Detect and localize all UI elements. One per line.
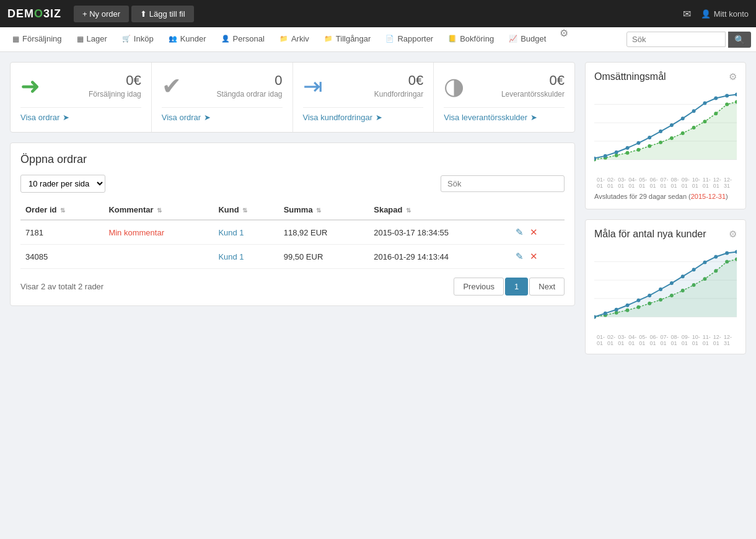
action-cell: ✎ ✕ (511, 245, 565, 269)
order-id-cell: 34085 (20, 245, 103, 269)
omsattningsmal-panel: Omsättningsmål ⚙ (585, 62, 746, 209)
svg-point-55 (615, 308, 618, 312)
comment-cell (103, 245, 213, 269)
col-summa[interactable]: Summa ⇅ (279, 200, 369, 220)
search-area: 🔍 (626, 32, 751, 48)
col-order-id[interactable]: Order id ⇅ (20, 200, 103, 220)
kundfordringar-label: Kundfordringar (374, 90, 423, 99)
svg-point-60 (670, 281, 674, 285)
svg-point-65 (725, 252, 729, 255)
svg-point-22 (626, 146, 630, 150)
forsaljning-value: 0€ (89, 72, 141, 89)
nav-item-tillgangar[interactable]: 📁 Tillgångar (317, 27, 379, 52)
svg-point-23 (636, 141, 640, 145)
omsattningsmal-header: Omsättningsmål ⚙ (594, 71, 737, 82)
col-skapad[interactable]: Skapad ⇅ (369, 200, 511, 220)
omsattningsmal-chart: 01-01 02-01 03-01 04-01 05-01 06-01 07-0… (594, 89, 737, 188)
kunder-icon: 👥 (169, 35, 177, 43)
nav-item-arkiv[interactable]: 📁 Arkiv (272, 27, 317, 52)
visa-ordrar-link-2[interactable]: Visa ordrar ➤ (162, 107, 283, 122)
mala-kunder-gear-icon[interactable]: ⚙ (729, 229, 737, 240)
top-nav-actions: + Ny order ⬆ Lägg till fil (74, 6, 683, 22)
omsattningsmal-gear-icon[interactable]: ⚙ (729, 71, 737, 82)
edit-icon[interactable]: ✎ (516, 251, 524, 261)
comment-cell: Min kommentar (103, 220, 213, 245)
svg-point-13 (681, 131, 685, 135)
svg-point-59 (659, 287, 662, 291)
svg-point-56 (626, 304, 630, 307)
mala-kunder-title: Måla för antal nya kunder (594, 229, 706, 240)
leverantor-label: Leverantörsskulder (501, 90, 565, 99)
pager-count: Visar 2 av totalt 2 rader (20, 282, 103, 291)
dashboard: ➜ 0€ Försäljning idag Visa ordrar ➤ ✔ 0 (0, 52, 756, 364)
sec-navbar: ▦ Försäljning ▦ Lager 🛒 Inköp 👥 Kunder 👤… (0, 27, 756, 52)
open-orders-title: Öppna ordrar (20, 153, 565, 166)
svg-point-61 (681, 274, 685, 278)
omsattningsmal-svg (594, 89, 737, 175)
rows-per-page-select[interactable]: 10 rader per sida 25 rader per sida 50 r… (20, 175, 105, 193)
col-actions (511, 200, 565, 220)
top-navbar: DEMO3IZ + Ny order ⬆ Lägg till fil ✉ 👤 M… (0, 0, 756, 27)
visa-leverantorsskulder-link[interactable]: Visa leverantörsskulder ➤ (444, 107, 565, 122)
edit-icon[interactable]: ✎ (516, 227, 524, 237)
account-label: Mitt konto (714, 9, 749, 19)
col-kund[interactable]: Kund ⇅ (213, 200, 278, 220)
orders-table-head: Order id ⇅ Kommentar ⇅ Kund ⇅ Summa ⇅ Sk… (20, 200, 565, 220)
nav-item-forsaljning[interactable]: ▦ Försäljning (5, 27, 69, 52)
kund-cell: Kund 1 (213, 245, 278, 269)
svg-point-16 (714, 112, 718, 115)
previous-button[interactable]: Previous (454, 278, 504, 296)
svg-point-11 (659, 141, 662, 144)
email-icon-button[interactable]: ✉ (683, 8, 691, 20)
svg-point-57 (636, 299, 640, 302)
svg-point-28 (692, 109, 696, 113)
col-kommentar[interactable]: Kommentar ⇅ (103, 200, 213, 220)
nav-item-rapporter[interactable]: 📄 Rapporter (378, 27, 441, 52)
nav-item-lager[interactable]: ▦ Lager (69, 27, 115, 52)
add-file-button[interactable]: ⬆ Lägg till fil (131, 6, 193, 22)
settings-icon[interactable]: ⚙ (553, 27, 574, 52)
open-orders-panel: Öppna ordrar 10 rader per sida 25 rader … (10, 142, 575, 306)
leverantor-value: 0€ (501, 72, 565, 89)
nav-item-kunder[interactable]: 👥 Kunder (161, 27, 214, 52)
nav-item-inkop[interactable]: 🛒 Inköp (115, 27, 161, 52)
skapad-cell: 2016-01-29 14:13:44 (369, 245, 511, 269)
svg-point-32 (735, 93, 737, 97)
next-button[interactable]: Next (529, 278, 565, 296)
main-column: ➜ 0€ Försäljning idag Visa ordrar ➤ ✔ 0 (10, 62, 575, 354)
delete-icon[interactable]: ✕ (530, 227, 538, 237)
svg-point-30 (714, 97, 718, 100)
new-order-button[interactable]: + Ny order (74, 6, 129, 22)
kund-link[interactable]: Kund 1 (218, 252, 244, 261)
omsattningsmal-note: Avslutades för 29 dagar sedan (2015-12-3… (594, 193, 737, 200)
search-input[interactable] (626, 32, 726, 47)
delete-icon[interactable]: ✕ (530, 251, 538, 261)
page-1-button[interactable]: 1 (505, 278, 528, 296)
inkop-icon: 🛒 (122, 35, 131, 43)
svg-point-26 (670, 123, 674, 127)
card-stangda: ✔ 0 Stängda ordrar idag Visa ordrar ➤ (152, 63, 293, 132)
mala-kunder-chart-labels: 01-01 02-01 03-01 04-01 05-01 06-01 07-0… (594, 334, 737, 345)
account-button[interactable]: 👤 Mitt konto (701, 9, 749, 19)
forsaljning-icon: ▦ (12, 35, 19, 43)
orders-search-input[interactable] (441, 175, 565, 192)
stangda-label: Stängda ordrar idag (216, 90, 282, 99)
visa-ordrar-link-1[interactable]: Visa ordrar ➤ (20, 107, 141, 122)
account-icon: 👤 (701, 9, 711, 19)
svg-point-29 (703, 101, 706, 105)
summary-cards-row: ➜ 0€ Försäljning idag Visa ordrar ➤ ✔ 0 (10, 62, 575, 133)
table-row: 7181 Min kommentar Kund 1 118,92 EUR 201… (20, 220, 565, 245)
table-row: 34085 Kund 1 99,50 EUR 2016-01-29 14:13:… (20, 245, 565, 269)
svg-point-62 (692, 268, 696, 271)
svg-point-24 (648, 136, 651, 139)
action-cell: ✎ ✕ (511, 220, 565, 245)
svg-point-21 (615, 151, 618, 154)
note-date-link[interactable]: 2015-12-31 (691, 193, 726, 200)
nav-item-bokforing[interactable]: 📒 Bokföring (441, 27, 501, 52)
kund-link[interactable]: Kund 1 (218, 228, 244, 237)
search-button[interactable]: 🔍 (728, 32, 751, 48)
svg-point-10 (648, 144, 651, 148)
visa-kundfordringar-link[interactable]: Visa kundfordringar ➤ (303, 107, 424, 122)
nav-item-budget[interactable]: 📈 Budget (501, 27, 553, 52)
nav-item-personal[interactable]: 👤 Personal (214, 27, 272, 52)
